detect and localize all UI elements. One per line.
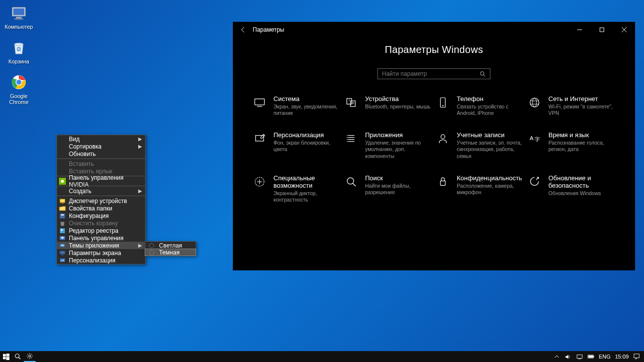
context-menu-item[interactable]: Персонализация — [57, 257, 145, 264]
settings-category[interactable]: ПоискНайти мои файлы, разрешения — [344, 174, 432, 203]
svg-point-51 — [347, 137, 348, 138]
category-icon — [253, 95, 267, 116]
context-menu-item[interactable]: Темы приложения▶ — [57, 242, 145, 249]
context-menu-item[interactable]: Панель управления NVIDIA — [57, 177, 145, 185]
svg-point-42 — [533, 98, 537, 107]
svg-point-10 — [61, 180, 64, 183]
desktop-icon-computer[interactable]: Компьютер — [1, 4, 37, 30]
category-icon — [253, 174, 267, 203]
window-titlebar: Параметры — [233, 22, 635, 37]
settings-category[interactable]: ПерсонализацияФон, экран блокировки, цве… — [253, 131, 340, 159]
context-menu-item-label: Вставить ярлык — [69, 168, 112, 175]
context-menu-item[interactable]: Обновить — [57, 150, 145, 157]
category-description: Расположение, камера, микрофон — [457, 183, 524, 196]
radio-dot-icon — [149, 243, 154, 248]
settings-category[interactable]: Учетные записиУчетные записи, эл. почта,… — [436, 131, 524, 159]
context-menu-item-label: Темы приложения — [69, 242, 119, 249]
svg-text:A: A — [530, 136, 534, 142]
perso-icon — [59, 257, 66, 264]
page-title: Параметры Windows — [253, 44, 615, 55]
svg-rect-23 — [60, 251, 65, 254]
chevron-right-icon: ▶ — [138, 243, 142, 248]
start-button[interactable] — [0, 351, 12, 362]
svg-line-59 — [353, 183, 356, 186]
context-menu-item[interactable]: Вид▶ — [57, 135, 145, 143]
category-title: Приложения — [365, 131, 432, 139]
context-menu-item[interactable]: Создать▶ — [57, 187, 145, 195]
back-button[interactable] — [240, 26, 247, 33]
context-menu-item[interactable]: Панель управления — [57, 234, 145, 242]
dev-icon — [59, 198, 66, 205]
context-menu-item[interactable]: Конфигурация — [57, 212, 145, 219]
desktop-icon-chrome[interactable]: Google Chrome — [1, 73, 37, 105]
minimize-button[interactable] — [568, 22, 590, 37]
settings-category[interactable]: УстройстваBluetooth, принтеры, мышь — [344, 95, 432, 116]
settings-categories-grid: СистемаЭкран, звук, уведомления, питание… — [253, 95, 615, 203]
nvidia-icon — [59, 178, 66, 185]
svg-point-50 — [347, 135, 348, 136]
category-description: Обновления Windows — [548, 190, 615, 197]
category-icon — [528, 95, 541, 116]
chrome-icon — [10, 73, 28, 91]
svg-line-31 — [483, 75, 485, 76]
context-menu-item[interactable]: Диспетчер устройств — [57, 197, 145, 205]
tray-language[interactable]: ENG — [599, 354, 611, 360]
settings-category[interactable]: Обновление и безопасностьОбновления Wind… — [528, 174, 615, 203]
context-menu-item-label: Параметры экрана — [69, 250, 121, 257]
settings-category[interactable]: Специальные возможностиЭкранный диктор, … — [253, 174, 340, 203]
context-menu-item[interactable]: Редактор реестра — [57, 227, 145, 234]
svg-line-66 — [19, 358, 21, 360]
settings-category[interactable]: A字Время и языкРаспознавание голоса, реги… — [528, 131, 615, 159]
svg-point-54 — [441, 135, 445, 139]
context-menu-item-label: Вставить — [69, 160, 94, 167]
action-center-icon[interactable] — [633, 353, 640, 360]
svg-point-53 — [347, 141, 348, 142]
close-button[interactable] — [613, 22, 635, 37]
settings-category[interactable]: ТелефонСвязать устройство с Android, iPh… — [436, 95, 524, 116]
svg-rect-2 — [16, 17, 21, 18]
svg-rect-39 — [440, 98, 445, 107]
computer-icon — [10, 4, 28, 22]
svg-point-30 — [481, 71, 484, 75]
category-description: Учетные записи, эл. почта, синхронизация… — [457, 140, 524, 159]
network-icon[interactable] — [576, 353, 583, 360]
tray-clock[interactable]: 15:09 — [615, 354, 629, 360]
svg-rect-63 — [3, 357, 6, 359]
svg-rect-24 — [61, 255, 63, 256]
settings-category[interactable]: Сеть и ИнтернетWi-Fi, режим "в самолете"… — [528, 95, 615, 116]
category-icon — [344, 131, 358, 159]
svg-point-52 — [347, 139, 348, 140]
context-menu-separator — [57, 158, 145, 159]
settings-category[interactable]: КонфиденциальностьРасположение, камера, … — [436, 174, 524, 203]
category-description: Удаление, значения по умолчанию, доп. ко… — [365, 140, 432, 159]
tray-chevron-up-icon[interactable] — [553, 353, 560, 360]
recycle-bin-icon — [10, 39, 28, 56]
desktop-icon-recycle-bin[interactable]: Корзина — [1, 39, 37, 64]
settings-category[interactable]: ПриложенияУдаление, значения по умолчани… — [344, 131, 432, 159]
category-icon — [436, 131, 450, 159]
context-menu-item-label: Вид — [69, 136, 80, 143]
search-input[interactable] — [382, 70, 480, 77]
config-icon — [59, 212, 66, 219]
category-title: Система — [273, 95, 340, 103]
context-submenu-item[interactable]: Светлая — [145, 242, 196, 249]
maximize-button[interactable] — [590, 22, 613, 37]
settings-category[interactable]: СистемаЭкран, звук, уведомления, питание — [253, 95, 340, 116]
taskbar-settings-button[interactable] — [24, 351, 36, 362]
volume-icon[interactable] — [565, 353, 572, 360]
category-title: Специальные возможности — [273, 174, 340, 189]
context-menu-item[interactable]: Сортировка▶ — [57, 143, 145, 150]
svg-rect-62 — [6, 354, 9, 357]
search-box[interactable] — [377, 68, 490, 79]
battery-icon[interactable] — [588, 353, 594, 360]
desktop-icon-label: Корзина — [8, 58, 29, 64]
category-icon — [344, 95, 358, 116]
svg-rect-3 — [14, 18, 23, 19]
taskbar-search-button[interactable] — [12, 351, 24, 362]
category-title: Сеть и Интернет — [548, 95, 615, 103]
category-description: Распознавание голоса, регион, дата — [548, 140, 615, 153]
context-submenu-item[interactable]: Темная — [145, 249, 196, 256]
taskbar: ENG 15:09 — [0, 351, 644, 362]
context-menu-item[interactable]: Параметры экрана — [57, 249, 145, 257]
context-menu-item[interactable]: Свойства папки — [57, 205, 145, 212]
